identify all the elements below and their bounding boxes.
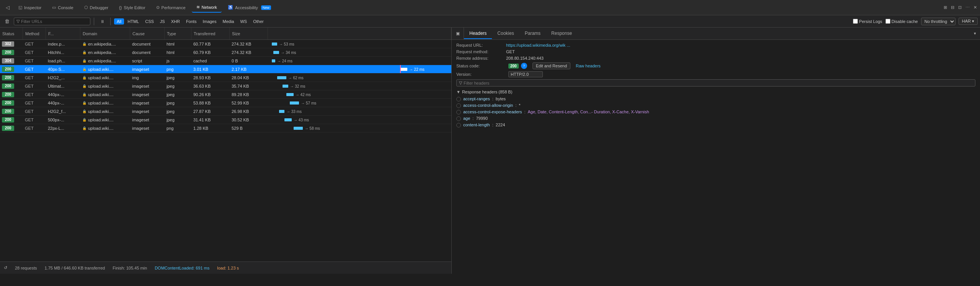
window-icon[interactable]: ⊡ bbox=[958, 5, 962, 10]
col-header-file[interactable]: F... bbox=[46, 28, 80, 39]
col-header-cause[interactable]: Cause bbox=[130, 28, 165, 39]
filter-tab-fonts[interactable]: Fonts bbox=[183, 18, 199, 25]
table-row[interactable]: 200 GET H2G2_f... 🔒 upload.wiki.... imag… bbox=[0, 107, 451, 116]
cell-cause: imageset bbox=[130, 82, 165, 90]
header-accept-ranges: accept-ranges : bytes bbox=[456, 96, 975, 101]
persist-logs-label[interactable]: Persist Logs bbox=[853, 19, 882, 24]
col-header-type[interactable]: Type bbox=[165, 28, 191, 39]
tab-accessibility[interactable]: ♿ Accessibility New bbox=[223, 3, 276, 12]
cell-status: 200 bbox=[0, 116, 23, 124]
col-header-domain[interactable]: Domain bbox=[80, 28, 130, 39]
cell-status: 200 bbox=[0, 74, 23, 82]
table-row[interactable]: 200 GET 40px-S... 🔒 upload.wiki.... imag… bbox=[0, 65, 451, 74]
tab-style-editor[interactable]: {} Style Editor bbox=[114, 3, 150, 12]
tab-console[interactable]: ▭ Console bbox=[47, 3, 78, 12]
cell-transferred: 53.88 KB bbox=[191, 99, 230, 107]
toggle-dot-4[interactable] bbox=[456, 116, 461, 121]
disable-cache-checkbox[interactable] bbox=[885, 19, 890, 24]
col-header-transferred[interactable]: Transferred bbox=[191, 28, 230, 39]
tab-headers[interactable]: Headers bbox=[464, 28, 492, 39]
filter-tab-html[interactable]: HTML bbox=[125, 18, 142, 25]
filter-headers-input[interactable] bbox=[464, 81, 973, 85]
split-icon[interactable]: ⊟ bbox=[951, 5, 954, 10]
edit-resend-button[interactable]: Edit and Resend bbox=[532, 62, 570, 69]
table-row[interactable]: 200 GET H2G2_... 🔒 upload.wiki.... img j… bbox=[0, 74, 451, 82]
col-header-status[interactable]: Status bbox=[0, 28, 23, 39]
toggle-dot-2[interactable] bbox=[456, 103, 461, 108]
table-row[interactable]: 200 GET Hitchhi... 🔒 en.wikipedia.... do… bbox=[0, 48, 451, 57]
cell-waterfall: → 22 ms bbox=[268, 65, 451, 73]
cell-domain: 🔒 upload.wiki.... bbox=[80, 65, 130, 73]
disable-cache-text: Disable cache bbox=[892, 19, 918, 24]
cell-type: jpeg bbox=[165, 74, 191, 82]
table-row[interactable]: 200 GET 440px-... 🔒 upload.wiki.... imag… bbox=[0, 90, 451, 99]
domain-text: upload.wiki.... bbox=[88, 67, 114, 72]
toggle-dot-1[interactable] bbox=[456, 97, 461, 101]
cell-file: 440px-... bbox=[46, 99, 80, 107]
col-header-method[interactable]: Method bbox=[23, 28, 46, 39]
reload-icon[interactable]: ↺ bbox=[4, 265, 7, 270]
back-button[interactable]: ◁ bbox=[3, 3, 12, 12]
more-icon[interactable]: ⋯ bbox=[965, 5, 970, 10]
tab-debugger[interactable]: ⬡ Debugger bbox=[80, 3, 113, 12]
tab-more-chevron[interactable]: ▾ bbox=[970, 29, 980, 38]
toggle-dot-3[interactable] bbox=[456, 110, 461, 114]
filter-tab-all[interactable]: All bbox=[114, 18, 124, 25]
domain-text: en.wikipedia.... bbox=[88, 59, 116, 63]
clear-button[interactable]: 🗑 bbox=[2, 17, 11, 26]
har-button[interactable]: HAR ▾ bbox=[959, 18, 978, 25]
filter-tab-js[interactable]: JS bbox=[157, 18, 168, 25]
tab-inspector[interactable]: ◱ Inspector bbox=[14, 3, 46, 12]
table-row[interactable]: 304 GET load.ph... 🔒 en.wikipedia.... sc… bbox=[0, 57, 451, 65]
cell-transferred: 90.26 KB bbox=[191, 90, 230, 98]
status-code-label: Status code: bbox=[456, 64, 506, 68]
cell-method: GET bbox=[23, 124, 46, 132]
tab-params[interactable]: Params bbox=[519, 28, 546, 39]
raw-headers-button[interactable]: Raw headers bbox=[576, 64, 601, 68]
status-help-icon[interactable]: ? bbox=[521, 63, 527, 69]
style-editor-icon: {} bbox=[119, 5, 122, 10]
response-headers-toggle[interactable]: ▼ Response headers (858 B) bbox=[456, 90, 975, 94]
close-icon[interactable]: ✕ bbox=[973, 5, 977, 10]
table-row[interactable]: 200 GET 440px-... 🔒 upload.wiki.... imag… bbox=[0, 99, 451, 107]
domain-text: upload.wiki.... bbox=[88, 84, 114, 88]
cell-file: 22px-L... bbox=[46, 124, 80, 132]
filter-headers-row[interactable]: ▽ bbox=[456, 79, 975, 87]
tab-cookies[interactable]: Cookies bbox=[492, 28, 519, 39]
filter-tab-xhr[interactable]: XHR bbox=[168, 18, 183, 25]
pause-button[interactable]: ⏸ bbox=[98, 17, 107, 26]
filter-tab-media[interactable]: Media bbox=[220, 18, 237, 25]
disable-cache-label[interactable]: Disable cache bbox=[885, 19, 918, 24]
header-name-4: age bbox=[463, 116, 470, 121]
responsive-icon[interactable]: ⊞ bbox=[944, 5, 947, 10]
header-name-3: access-control-expose-headers bbox=[463, 109, 522, 114]
table-row[interactable]: 200 GET Ultimat... 🔒 upload.wiki.... ima… bbox=[0, 82, 451, 90]
table-row[interactable]: 302 GET index.p... 🔒 en.wikipedia.... do… bbox=[0, 40, 451, 48]
tab-performance[interactable]: ⊙ Performance bbox=[152, 3, 190, 12]
filter-urls-input[interactable] bbox=[21, 19, 88, 24]
top-bar-icons: ⊞ ⊟ ⊡ ⋯ ✕ bbox=[944, 5, 977, 10]
header-age: age : 79990 bbox=[456, 116, 975, 121]
transferred-info: 1.75 MB / 646.60 KB transferred bbox=[44, 266, 105, 270]
lock-icon: 🔒 bbox=[82, 76, 87, 80]
cell-method: GET bbox=[23, 90, 46, 98]
cell-waterfall: → 42 ms bbox=[268, 90, 451, 98]
throttle-select[interactable]: No throttling bbox=[921, 18, 956, 25]
table-row[interactable]: 200 GET 22px-L... 🔒 upload.wiki.... imag… bbox=[0, 124, 451, 132]
filter-input-wrap[interactable]: ▽ bbox=[14, 18, 90, 25]
cell-cause: document bbox=[130, 48, 165, 56]
persist-logs-checkbox[interactable] bbox=[853, 19, 858, 24]
version-input[interactable] bbox=[508, 71, 543, 77]
cell-file: Hitchhi... bbox=[46, 48, 80, 56]
tab-network[interactable]: ≋ Network bbox=[192, 2, 222, 13]
col-header-size[interactable]: Size bbox=[230, 28, 268, 39]
col-header-timeline[interactable]: 0 ms 1.37 min 2.73 min 4.10 min bbox=[268, 28, 451, 39]
tab-response[interactable]: Response bbox=[546, 28, 577, 39]
filter-tab-images[interactable]: Images bbox=[200, 18, 219, 25]
table-row[interactable]: 200 GET 500px-... 🔒 upload.wiki.... imag… bbox=[0, 116, 451, 124]
status-badge: 302 bbox=[2, 41, 14, 47]
filter-tab-ws[interactable]: WS bbox=[237, 18, 250, 25]
filter-tab-css[interactable]: CSS bbox=[142, 18, 157, 25]
toggle-dot-5[interactable] bbox=[456, 123, 461, 127]
filter-tab-other[interactable]: Other bbox=[250, 18, 266, 25]
